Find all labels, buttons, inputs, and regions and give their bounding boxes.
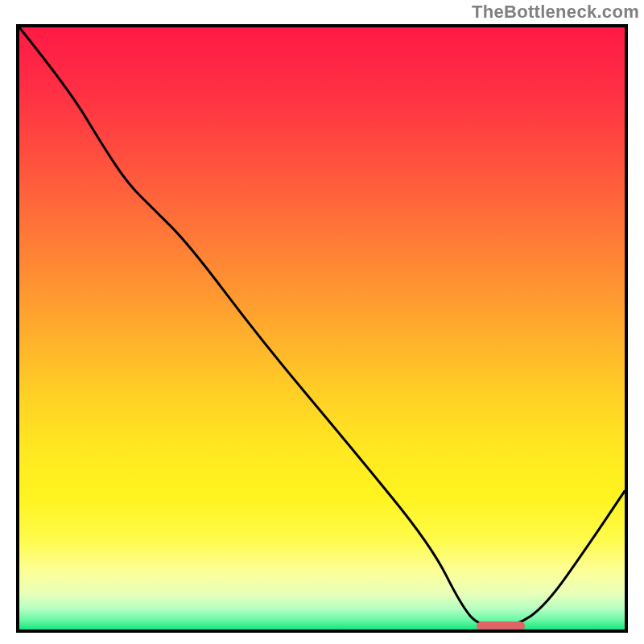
data-curve xyxy=(19,27,625,630)
chart-frame: TheBottleneck.com xyxy=(0,0,644,644)
watermark-label: TheBottleneck.com xyxy=(472,2,639,23)
plot-area xyxy=(16,24,628,633)
optimal-marker xyxy=(477,621,525,631)
